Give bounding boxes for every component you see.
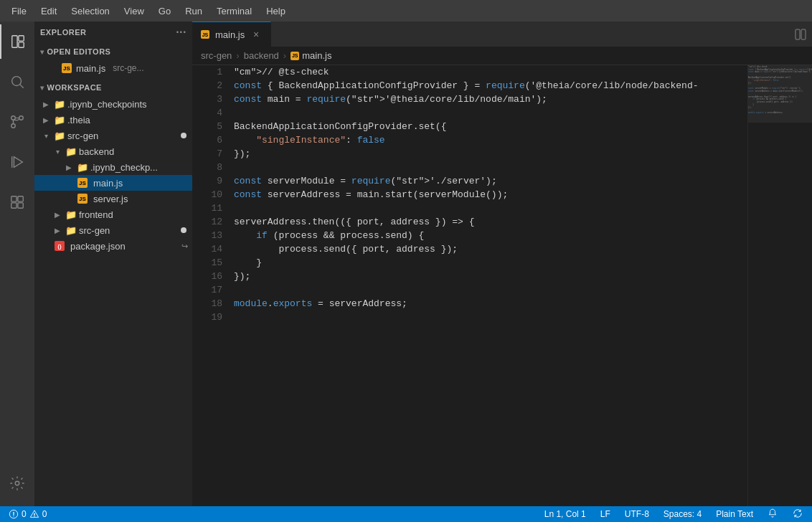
tree-label: frontend bbox=[79, 209, 192, 220]
git-indicator: ↪ bbox=[181, 242, 188, 251]
svg-point-20 bbox=[13, 516, 14, 516]
menu-run[interactable]: Run bbox=[179, 4, 208, 18]
menu-terminal[interactable]: Terminal bbox=[211, 4, 258, 18]
breadcrumb-sep-1: › bbox=[236, 50, 239, 61]
activity-search[interactable] bbox=[0, 65, 34, 99]
tree-item-server-js[interactable]: JS server.js bbox=[34, 191, 192, 207]
breadcrumb-main-js[interactable]: main.js bbox=[302, 50, 331, 61]
svg-point-5 bbox=[11, 116, 16, 120]
js-file-icon: JS bbox=[77, 178, 88, 188]
open-editors-chevron-icon: ▾ bbox=[40, 48, 44, 56]
tree-item-theia[interactable]: ▶ 📁 .theia bbox=[34, 112, 192, 128]
tree-label: backend bbox=[79, 146, 192, 157]
folder-icon: 📁 bbox=[66, 225, 76, 235]
chevron-right-icon: ▶ bbox=[52, 209, 63, 220]
editor-area: JS main.js × src-gen › backend › JS main… bbox=[192, 22, 812, 506]
explorer-label: EXPLORER bbox=[40, 28, 87, 37]
folder-icon: 📁 bbox=[77, 162, 88, 172]
svg-rect-1 bbox=[19, 36, 24, 41]
open-editors-header[interactable]: ▾ OPEN EDITORS bbox=[34, 43, 192, 60]
editor-layout-button[interactable] bbox=[789, 22, 812, 47]
indentation[interactable]: Spaces: 4 bbox=[661, 509, 704, 519]
activity-explorer[interactable] bbox=[0, 24, 34, 59]
tab-empty-space bbox=[271, 22, 789, 47]
main-layout: EXPLORER ··· ▾ OPEN EDITORS JS main.js s… bbox=[0, 22, 812, 506]
breadcrumb-sep-2: › bbox=[283, 50, 286, 61]
open-editor-main-js[interactable]: JS main.js src-ge... bbox=[34, 60, 192, 76]
chevron-right-icon: ▶ bbox=[40, 98, 52, 110]
error-icon bbox=[9, 509, 19, 519]
svg-point-6 bbox=[19, 116, 24, 120]
activity-run[interactable] bbox=[0, 145, 34, 179]
tree-label: .ipynb_checkpoints bbox=[67, 99, 192, 110]
workspace-chevron-icon: ▾ bbox=[40, 84, 44, 92]
warning-count: 0 bbox=[42, 509, 47, 519]
workspace-header[interactable]: ▾ WORKSPACE bbox=[34, 79, 192, 96]
tree-label: server.js bbox=[93, 194, 192, 204]
minimap: "cm">// @ts-check const { BackendApplica… bbox=[747, 65, 812, 506]
activity-settings[interactable] bbox=[0, 466, 34, 500]
tree-item-main-js[interactable]: JS main.js bbox=[34, 175, 192, 191]
svg-marker-9 bbox=[14, 157, 22, 168]
svg-point-7 bbox=[11, 124, 16, 128]
tab-close-button[interactable]: × bbox=[250, 29, 262, 40]
folder-icon: 📁 bbox=[55, 115, 65, 125]
js-file-icon: JS bbox=[62, 63, 72, 73]
svg-line-4 bbox=[20, 85, 23, 87]
folder-icon: 📁 bbox=[55, 99, 65, 109]
svg-rect-11 bbox=[11, 196, 16, 201]
svg-point-15 bbox=[15, 481, 19, 485]
activity-bar bbox=[0, 22, 34, 506]
notifications-bell[interactable] bbox=[765, 508, 780, 521]
tree-label: src-gen bbox=[79, 225, 178, 236]
menu-go[interactable]: Go bbox=[153, 4, 176, 18]
code-content[interactable]: "cm">// @ts-check const { BackendApplica… bbox=[228, 65, 747, 506]
modified-dot bbox=[181, 227, 187, 233]
chevron-right-icon: ▶ bbox=[40, 114, 52, 125]
status-bar-left: 0 0 bbox=[6, 509, 49, 519]
line-ending[interactable]: LF bbox=[598, 509, 613, 519]
encoding[interactable]: UTF-8 bbox=[622, 509, 652, 519]
code-editor: 1 2 3 4 5 6 7 8 9 10 11 12 13 14 15 16 1… bbox=[192, 65, 812, 506]
remote-sync-icon bbox=[792, 508, 803, 519]
tree-item-package-json[interactable]: {} package.json ↪ bbox=[34, 238, 192, 254]
file-tree: ▶ 📁 .ipynb_checkpoints ▶ 📁 .theia ▾ 📁 sr… bbox=[34, 96, 192, 506]
explorer-header: EXPLORER ··· bbox=[34, 22, 192, 43]
menu-selection[interactable]: Selection bbox=[65, 4, 115, 18]
chevron-right-icon: ▶ bbox=[63, 161, 75, 173]
breadcrumb-backend[interactable]: backend bbox=[244, 50, 279, 61]
tree-item-ipynb-checkpoints[interactable]: ▶ 📁 .ipynb_checkpoints bbox=[34, 96, 192, 112]
activity-extensions[interactable] bbox=[0, 185, 34, 219]
menu-view[interactable]: View bbox=[118, 4, 150, 18]
open-editors-label: OPEN EDITORS bbox=[47, 47, 111, 56]
activity-source-control[interactable] bbox=[0, 105, 34, 139]
tree-label: .ipynb_checkp... bbox=[90, 162, 192, 173]
menu-help[interactable]: Help bbox=[260, 4, 291, 18]
svg-rect-12 bbox=[18, 196, 23, 201]
error-count: 0 bbox=[22, 509, 27, 519]
explorer-menu-dots[interactable]: ··· bbox=[176, 26, 187, 39]
chevron-down-icon: ▾ bbox=[40, 130, 52, 141]
tree-item-ipynb-inner[interactable]: ▶ 📁 .ipynb_checkp... bbox=[34, 159, 192, 175]
language-mode[interactable]: Plain Text bbox=[713, 509, 756, 519]
minimap-slider[interactable] bbox=[748, 65, 812, 123]
breadcrumb-src-gen[interactable]: src-gen bbox=[201, 50, 232, 61]
remote-icon[interactable] bbox=[789, 508, 806, 521]
errors-warnings[interactable]: 0 0 bbox=[6, 509, 49, 519]
tree-item-frontend[interactable]: ▶ 📁 frontend bbox=[34, 207, 192, 222]
tree-item-src-gen[interactable]: ▾ 📁 src-gen bbox=[34, 128, 192, 143]
tree-item-backend[interactable]: ▾ 📁 backend bbox=[34, 143, 192, 159]
bell-icon bbox=[768, 508, 778, 518]
workspace-label: WORKSPACE bbox=[47, 83, 102, 92]
svg-rect-0 bbox=[12, 36, 17, 48]
js-file-icon: JS bbox=[201, 30, 209, 39]
menu-edit[interactable]: Edit bbox=[35, 4, 62, 18]
svg-point-3 bbox=[12, 77, 22, 86]
menu-file[interactable]: File bbox=[6, 4, 32, 18]
tree-item-src-gen-inner[interactable]: ▶ 📁 src-gen bbox=[34, 222, 192, 238]
cursor-position[interactable]: Ln 1, Col 1 bbox=[542, 509, 589, 519]
chevron-down-icon: ▾ bbox=[52, 146, 63, 157]
sidebar: EXPLORER ··· ▾ OPEN EDITORS JS main.js s… bbox=[34, 22, 192, 506]
breadcrumb: src-gen › backend › JS main.js bbox=[192, 47, 812, 65]
tab-main-js[interactable]: JS main.js × bbox=[192, 22, 271, 47]
